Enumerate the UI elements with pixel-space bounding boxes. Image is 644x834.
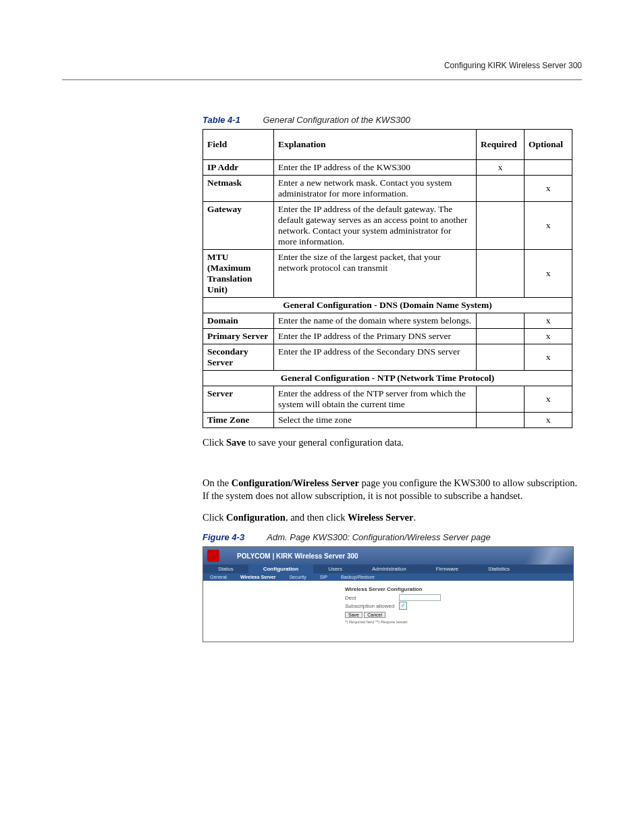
cell-explanation: Enter the IP address of the KWS300 bbox=[274, 160, 477, 176]
cell-optional: x bbox=[525, 386, 572, 413]
th-field: Field bbox=[203, 130, 274, 160]
cell-explanation: Enter the address of the NTP server from… bbox=[274, 386, 477, 413]
cell-field: Gateway bbox=[203, 202, 274, 250]
polycom-logo-icon bbox=[207, 550, 219, 562]
panel-title: Wireless Server Configuration bbox=[345, 586, 573, 592]
th-required: Required bbox=[477, 130, 525, 160]
figure-panel: Wireless Server Configuration Dect Subsc… bbox=[203, 581, 573, 642]
cell-required bbox=[477, 386, 525, 413]
label-subscription-allowed: Subscription allowed bbox=[345, 603, 399, 609]
section-heading-dns: General Configuration - DNS (Domain Name… bbox=[203, 298, 572, 313]
cell-field: Time Zone bbox=[203, 413, 274, 428]
figure-brand: POLYCOM | KIRK Wireless Server 300 bbox=[237, 552, 358, 560]
tab-users[interactable]: Users bbox=[313, 565, 357, 573]
cell-field: MTU (Maximum Translation Unit) bbox=[203, 250, 274, 298]
tab-statistics[interactable]: Statistics bbox=[473, 565, 525, 573]
paragraph-config-wireless: On the Configuration/Wireless Server pag… bbox=[203, 477, 582, 503]
cell-optional bbox=[525, 160, 572, 176]
subscription-checkbox[interactable]: ✓ bbox=[399, 602, 407, 610]
primary-tabs: Status Configuration Users Administratio… bbox=[203, 565, 573, 573]
cell-required: x bbox=[477, 160, 525, 176]
subtab-sip[interactable]: SIP bbox=[313, 573, 334, 581]
cell-field: Primary Server bbox=[203, 329, 274, 344]
cell-optional: x bbox=[525, 313, 572, 329]
table-caption: Table 4-1 General Configuration of the K… bbox=[203, 115, 582, 125]
th-optional: Optional bbox=[525, 130, 572, 160]
running-header: Configuring KIRK Wireless Server 300 bbox=[444, 61, 582, 70]
cell-field: Server bbox=[203, 386, 274, 413]
cell-field: Netmask bbox=[203, 176, 274, 202]
subtab-security[interactable]: Security bbox=[282, 573, 313, 581]
cell-required bbox=[477, 329, 525, 344]
tab-firmware[interactable]: Firmware bbox=[421, 565, 473, 573]
figure-caption-label: Figure 4-3 bbox=[203, 532, 265, 542]
config-table: Field Explanation Required Optional IP A… bbox=[203, 129, 572, 428]
cell-optional: x bbox=[525, 344, 572, 371]
paragraph-click-config: Click Configuration, and then click Wire… bbox=[203, 511, 582, 525]
cell-optional: x bbox=[525, 329, 572, 344]
cell-field: Domain bbox=[203, 313, 274, 329]
paragraph-save: Click Save to save your general configur… bbox=[203, 436, 582, 450]
cell-required bbox=[477, 344, 525, 371]
figure-screenshot: POLYCOM | KIRK Wireless Server 300 Statu… bbox=[203, 546, 574, 642]
cell-explanation: Enter the IP address of the Secondary DN… bbox=[274, 344, 477, 371]
th-explanation: Explanation bbox=[274, 130, 477, 160]
section-heading-ntp: General Configuration - NTP (Network Tim… bbox=[203, 371, 572, 386]
tab-administration[interactable]: Administration bbox=[357, 565, 421, 573]
table-caption-label: Table 4-1 bbox=[203, 115, 261, 125]
cell-field: IP Addr bbox=[203, 160, 274, 176]
subtab-general[interactable]: General bbox=[203, 573, 234, 581]
cell-optional: x bbox=[525, 413, 572, 428]
figure-caption-text: Adm. Page KWS300: Configuration/Wireless… bbox=[267, 532, 491, 542]
required-footnote: *) Required field **) Require restart bbox=[345, 620, 573, 624]
decorative-corner bbox=[512, 547, 573, 565]
cancel-button[interactable]: Cancel bbox=[364, 612, 385, 618]
cell-optional: x bbox=[525, 176, 572, 202]
cell-explanation: Enter the IP address of the Primary DNS … bbox=[274, 329, 477, 344]
cell-explanation: Enter the size of the largest packet, th… bbox=[274, 250, 477, 298]
cell-explanation: Enter the IP address of the default gate… bbox=[274, 202, 477, 250]
tab-status[interactable]: Status bbox=[203, 565, 248, 573]
subtab-backup-restore[interactable]: Backup/Restore bbox=[334, 573, 381, 581]
figure-caption: Figure 4-3 Adm. Page KWS300: Configurati… bbox=[203, 532, 582, 542]
cell-explanation: Enter a new network mask. Contact you sy… bbox=[274, 176, 477, 202]
cell-optional: x bbox=[525, 250, 572, 298]
cell-explanation: Enter the name of the domain where syste… bbox=[274, 313, 477, 329]
subtab-wireless-server[interactable]: Wireless Server bbox=[234, 573, 282, 581]
table-caption-text: General Configuration of the KWS300 bbox=[263, 115, 410, 125]
cell-required bbox=[477, 313, 525, 329]
label-dect: Dect bbox=[345, 595, 399, 601]
cell-explanation: Select the time zone bbox=[274, 413, 477, 428]
cell-optional: x bbox=[525, 202, 572, 250]
cell-required bbox=[477, 250, 525, 298]
cell-required bbox=[477, 202, 525, 250]
cell-field: Secondary Server bbox=[203, 344, 274, 371]
figure-titlebar: POLYCOM | KIRK Wireless Server 300 bbox=[203, 547, 573, 565]
cell-required bbox=[477, 176, 525, 202]
secondary-tabs: General Wireless Server Security SIP Bac… bbox=[203, 573, 573, 581]
tab-configuration[interactable]: Configuration bbox=[248, 565, 313, 573]
cell-required bbox=[477, 413, 525, 428]
dect-input[interactable] bbox=[399, 594, 441, 601]
save-button[interactable]: Save bbox=[345, 612, 363, 618]
header-divider bbox=[62, 79, 582, 80]
